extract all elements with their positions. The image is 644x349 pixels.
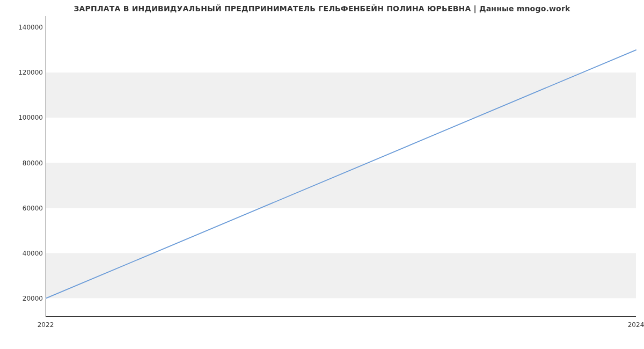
y-tick-label: 40000 <box>3 250 43 257</box>
plot-area <box>46 16 636 317</box>
y-tick-label: 20000 <box>3 295 43 302</box>
x-tick-label: 2022 <box>38 321 54 329</box>
chart-container: ЗАРПЛАТА В ИНДИВИДУАЛЬНЫЙ ПРЕДПРИНИМАТЕЛ… <box>0 0 644 349</box>
y-tick-label: 80000 <box>3 159 43 167</box>
grid-bands <box>46 72 636 298</box>
y-tick-label: 100000 <box>3 114 43 121</box>
chart-title: ЗАРПЛАТА В ИНДИВИДУАЛЬНЫЙ ПРЕДПРИНИМАТЕЛ… <box>0 4 644 13</box>
y-tick-label: 120000 <box>3 69 43 76</box>
grid-band <box>46 253 636 298</box>
grid-band <box>46 163 636 208</box>
x-tick-label: 2024 <box>628 321 644 329</box>
grid-band <box>46 72 636 118</box>
y-tick-label: 140000 <box>3 24 43 31</box>
y-tick-label: 60000 <box>3 205 43 212</box>
chart-svg <box>46 16 636 316</box>
